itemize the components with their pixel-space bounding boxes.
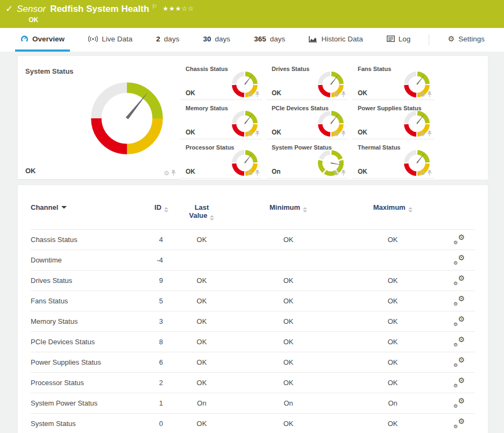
priority-stars[interactable]: ★★★☆☆: [162, 5, 194, 12]
tab-number: 30: [203, 35, 211, 43]
pin-icon[interactable]: [427, 91, 432, 97]
pin-icon[interactable]: [171, 170, 176, 176]
channel-id: -4: [133, 250, 168, 271]
panel-filler: [434, 61, 488, 180]
tab-label: days: [164, 35, 180, 43]
channel-name: Drives Status: [31, 271, 133, 291]
gear-icon[interactable]: ⚙: [247, 171, 253, 176]
gear-icon[interactable]: ⚙: [333, 131, 339, 137]
pin-icon[interactable]: [341, 170, 346, 176]
column-label: Minimum: [269, 203, 300, 211]
gear-icon: ⚙: [448, 34, 455, 43]
tab-number: 365: [254, 35, 266, 43]
gear-icon[interactable]: ⚙: [247, 131, 253, 137]
sort-icon: [164, 207, 168, 212]
channel-settings-gears-icon[interactable]: ⚙⚙: [454, 255, 465, 264]
gear-icon[interactable]: ⚙: [333, 92, 339, 97]
column-header-channel[interactable]: Channel: [31, 196, 133, 230]
column-header-actions: [444, 196, 475, 230]
gear-icon[interactable]: ⚙: [420, 92, 425, 97]
maximum-value: OK: [342, 271, 444, 291]
table-row-fans-status: Fans Status 5 OK OK OK ⚙⚙: [31, 291, 475, 311]
gauge-cell-chassis-status: Chassis Status OK ⚙: [180, 61, 262, 100]
gauge-cell-memory-status: Memory Status OK ⚙: [180, 100, 262, 139]
pin-icon[interactable]: [427, 170, 432, 176]
gear-icon[interactable]: ⚙: [420, 171, 425, 176]
gauge-label: Drives Status: [272, 66, 309, 72]
table-row-system-status: System Status 0 OK OK OK ⚙⚙: [31, 414, 475, 433]
gauge-cell-power-supplies-status: Power Supplies Status OK ⚙: [352, 100, 434, 139]
gauge-label: Fans Status: [358, 66, 391, 72]
maximum-value: OK: [342, 352, 444, 373]
gauge-label: Chassis Status: [186, 66, 228, 72]
tab-log[interactable]: Log: [381, 28, 416, 52]
channel-settings-gears-icon[interactable]: ⚙⚙: [454, 398, 465, 407]
sort-desc-icon: [61, 206, 67, 209]
minimum-value: OK: [235, 373, 342, 393]
gear-icon[interactable]: ⚙: [420, 131, 425, 137]
minimum-value: OK: [235, 230, 342, 250]
gauge-value: OK: [272, 129, 281, 136]
gauge-cell-drives-status: Drives Status OK ⚙: [266, 61, 348, 100]
flag-icon[interactable]: ⚐: [152, 3, 157, 10]
channel-settings-gears-icon[interactable]: ⚙⚙: [454, 275, 465, 284]
maximum-value: OK: [342, 373, 444, 393]
channel-settings-gears-icon[interactable]: ⚙⚙: [454, 418, 465, 427]
column-header-minimum[interactable]: Minimum: [235, 196, 342, 230]
channel-id: 6: [133, 352, 168, 373]
table-row-chassis-status: Chassis Status 4 OK OK OK ⚙⚙: [31, 230, 475, 250]
maximum-value: [342, 250, 444, 271]
column-header-id[interactable]: ID: [133, 196, 168, 230]
channel-settings-gears-icon[interactable]: ⚙⚙: [454, 235, 465, 243]
last-value: OK: [168, 373, 235, 393]
gear-icon[interactable]: ⚙: [333, 171, 339, 176]
gear-icon[interactable]: ⚙: [247, 92, 253, 97]
maximum-value: OK: [342, 332, 444, 352]
tab-overview[interactable]: Overview: [15, 28, 70, 52]
channel-name: Chassis Status: [31, 230, 133, 250]
gear-icon[interactable]: ⚙: [164, 171, 169, 176]
channel-id: 9: [133, 271, 168, 291]
sort-icon: [303, 207, 307, 212]
gauge-value: OK: [358, 168, 367, 175]
tab-settings[interactable]: ⚙ Settings: [443, 28, 490, 52]
minimum-value: OK: [235, 352, 342, 373]
gauge-label: Processor Status: [186, 144, 234, 151]
gauge-value: On: [272, 168, 281, 175]
gauge-label: Thermal Status: [358, 144, 400, 151]
channel-id: 1: [133, 393, 168, 414]
channel-id: 2: [133, 373, 168, 393]
pin-icon[interactable]: [427, 131, 432, 137]
channel-settings-gears-icon[interactable]: ⚙⚙: [454, 316, 465, 325]
channel-id: 8: [133, 332, 168, 352]
channel-name: PCIe Devices Status: [31, 332, 133, 352]
channel-settings-gears-icon[interactable]: ⚙⚙: [454, 296, 465, 304]
maximum-value: OK: [342, 414, 444, 433]
tab-label: Historic Data: [321, 35, 363, 43]
pin-icon[interactable]: [341, 131, 346, 137]
channel-settings-gears-icon[interactable]: ⚙⚙: [454, 337, 465, 345]
channel-settings-gears-icon[interactable]: ⚙⚙: [454, 378, 465, 386]
sensor-status-text: OK: [29, 16, 194, 24]
tab-historic-data[interactable]: Historic Data: [303, 28, 368, 52]
last-value: OK: [168, 291, 235, 311]
tab-30-days[interactable]: 30 days: [198, 28, 236, 52]
gauge-value: OK: [25, 167, 36, 175]
channel-gauges-grid: Chassis Status OK ⚙ Drives Status: [180, 61, 434, 180]
last-value: OK: [168, 311, 235, 332]
channel-id: 3: [133, 311, 168, 332]
pin-icon[interactable]: [255, 91, 260, 97]
pin-icon[interactable]: [255, 131, 260, 137]
pin-icon[interactable]: [341, 91, 346, 97]
column-header-last-value[interactable]: Last Value: [168, 196, 235, 230]
tab-2-days[interactable]: 2 days: [151, 28, 184, 52]
channel-settings-gears-icon[interactable]: ⚙⚙: [454, 357, 465, 366]
gauge-value: OK: [358, 129, 367, 136]
column-header-maximum[interactable]: Maximum: [342, 196, 444, 230]
tab-365-days[interactable]: 365 days: [249, 28, 290, 52]
channel-name: Memory Status: [31, 311, 133, 332]
pin-icon[interactable]: [255, 170, 260, 176]
sort-icon: [210, 215, 214, 221]
tab-live-data[interactable]: Live Data: [83, 28, 138, 52]
gauges-panel: System Status OK ⚙ Chas: [18, 56, 488, 180]
